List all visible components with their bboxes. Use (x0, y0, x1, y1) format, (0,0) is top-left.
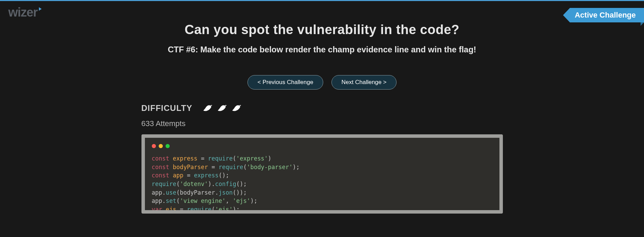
difficulty-label: DIFFICULTY (141, 103, 192, 113)
maximize-dot-icon (166, 144, 170, 148)
page-title: Can you spot the vulnerability in the co… (0, 22, 644, 37)
minimize-dot-icon (159, 144, 163, 148)
code-editor: const express = require('express') const… (141, 134, 503, 214)
difficulty-peppers (203, 104, 241, 112)
active-challenge-badge: Active Challenge (563, 8, 644, 22)
attempts-count: 633 (141, 119, 154, 128)
next-challenge-button[interactable]: Next Challenge > (331, 75, 397, 90)
brand-name: wizer (8, 5, 38, 20)
badge-tail (641, 22, 644, 26)
logo-play-icon (39, 7, 42, 11)
pepper-icon (232, 104, 241, 112)
brand-logo[interactable]: wizer (8, 5, 42, 20)
attempts-text: 633 Attempts (141, 119, 503, 128)
close-dot-icon (152, 144, 156, 148)
code-content: const express = require('express') const… (152, 154, 493, 214)
page-subtitle: CTF #6: Make the code below render the c… (0, 45, 644, 54)
window-controls (152, 144, 493, 148)
attempts-suffix: Attempts (156, 119, 186, 128)
pepper-icon (217, 104, 227, 112)
badge-label: Active Challenge (563, 8, 644, 22)
previous-challenge-button[interactable]: < Previous Challenge (247, 75, 323, 90)
pepper-icon (203, 104, 212, 112)
